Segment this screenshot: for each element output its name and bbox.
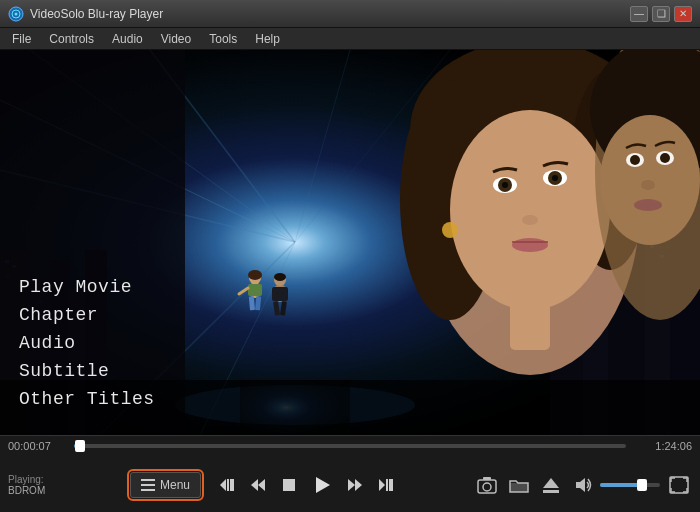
video-area[interactable]: Play MovieChapterAudioSubtitleOther Titl… [0,50,700,435]
svg-rect-11 [12,265,16,268]
next-chapter-button[interactable] [372,471,400,499]
svg-rect-98 [670,477,688,493]
svg-line-17 [30,50,295,242]
svg-marker-97 [576,478,585,492]
volume-track[interactable] [600,483,660,487]
minimize-button[interactable]: — [630,6,648,22]
eject-icon [541,476,561,494]
svg-rect-25 [608,200,648,435]
play-icon [312,475,332,495]
context-menu-item-subtitle[interactable]: Subtitle [15,359,159,383]
svg-rect-27 [670,210,700,435]
menu-item-video[interactable]: Video [153,30,199,48]
svg-rect-78 [141,489,155,491]
menu-bar: FileControlsAudioVideoToolsHelp [0,28,700,50]
volume-fill [600,483,642,487]
svg-point-51 [400,80,500,320]
svg-point-36 [249,282,261,298]
context-menu-item-other-titles[interactable]: Other Titles [15,387,159,411]
svg-point-60 [522,215,538,225]
context-menu-item-chapter[interactable]: Chapter [15,303,159,327]
menu-item-help[interactable]: Help [247,30,288,48]
svg-point-58 [548,171,562,185]
svg-rect-24 [583,240,611,435]
play-button[interactable] [306,469,338,501]
svg-rect-77 [141,484,155,486]
svg-rect-64 [510,300,550,350]
rewind-button[interactable] [244,471,272,499]
menu-button[interactable]: Menu [130,472,201,498]
svg-point-63 [442,222,458,238]
svg-rect-12 [5,275,9,278]
svg-marker-79 [220,479,226,491]
playing-section: Playing: BDROM [8,474,118,496]
svg-line-21 [295,50,350,242]
volume-button[interactable] [570,472,596,498]
svg-rect-96 [543,490,559,493]
svg-rect-76 [141,479,155,481]
svg-rect-26 [645,230,700,435]
svg-rect-80 [227,479,229,491]
progress-area: 00:00:07 1:24:06 [0,436,700,456]
eject-button[interactable] [538,472,564,498]
next-chapter-icon [377,476,395,494]
time-current: 00:00:07 [8,440,66,452]
screenshot-button[interactable] [474,472,500,498]
volume-handle[interactable] [637,479,647,491]
rewind-icon [249,476,267,494]
stop-button[interactable] [275,471,303,499]
svg-point-71 [660,153,670,163]
svg-point-68 [626,153,644,167]
title-bar-left: VideoSolo Blu-ray Player [8,6,163,22]
right-controls [474,472,692,498]
svg-point-56 [502,182,508,188]
progress-handle[interactable] [75,440,85,452]
menu-item-file[interactable]: File [4,30,39,48]
fast-forward-icon [346,476,364,494]
menu-item-tools[interactable]: Tools [201,30,245,48]
svg-rect-31 [623,225,627,228]
svg-point-34 [175,385,415,425]
svg-line-15 [0,100,295,242]
svg-point-72 [641,180,655,190]
svg-point-53 [450,110,610,310]
svg-marker-88 [379,479,385,491]
restore-button[interactable]: ❑ [652,6,670,22]
svg-rect-35 [240,380,350,435]
context-menu-item-play-movie[interactable]: Play Movie [15,275,159,299]
svg-point-61 [512,238,548,252]
svg-point-37 [249,272,261,284]
prev-chapter-icon [218,476,236,494]
close-button[interactable]: ✕ [674,6,692,22]
svg-rect-81 [230,479,234,491]
title-bar: VideoSolo Blu-ray Player — ❑ ✕ [0,0,700,28]
context-menu-item-audio[interactable]: Audio [15,331,159,355]
svg-line-19 [200,242,295,435]
svg-rect-33 [660,255,664,258]
open-folder-button[interactable] [506,472,532,498]
svg-rect-23 [550,220,585,435]
svg-point-44 [274,274,286,286]
svg-rect-47 [273,301,280,316]
svg-point-52 [570,70,650,270]
svg-point-92 [483,483,491,491]
prev-chapter-button[interactable] [213,471,241,499]
menu-item-audio[interactable]: Audio [104,30,151,48]
svg-rect-84 [283,479,295,491]
svg-point-2 [15,12,18,15]
svg-rect-40 [249,296,255,310]
svg-line-42 [239,288,248,294]
svg-rect-48 [280,301,287,316]
svg-point-57 [543,170,567,186]
fullscreen-button[interactable] [666,472,692,498]
fast-forward-button[interactable] [341,471,369,499]
progress-track[interactable] [74,444,626,448]
svg-marker-87 [355,479,362,491]
svg-point-54 [493,177,517,193]
svg-point-69 [630,155,640,165]
svg-marker-95 [543,478,559,488]
bottom-controls: Playing: BDROM Menu [0,456,700,512]
menu-item-controls[interactable]: Controls [41,30,102,48]
menu-lines-icon [141,479,155,491]
svg-rect-41 [255,296,261,310]
